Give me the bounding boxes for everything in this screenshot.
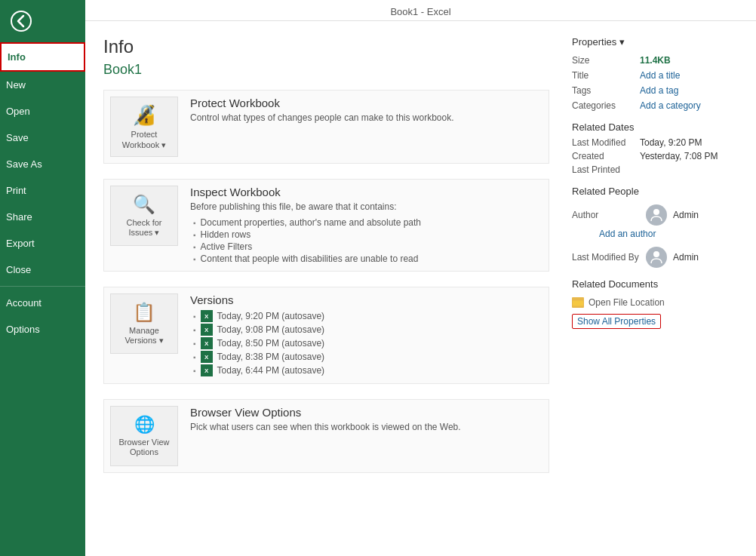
manage-versions-button[interactable]: 📋 ManageVersions ▾: [110, 293, 178, 354]
inspect-icon: 🔍: [133, 194, 155, 215]
sidebar-item-new[interactable]: New: [0, 72, 85, 98]
browser-view-heading: Browser View Options: [190, 406, 461, 419]
modifier-avatar: [646, 247, 667, 268]
sidebar-item-export[interactable]: Export: [0, 230, 85, 256]
main-content: Book1 - Excel Info Book1 🔏 ProtectWorkbo…: [85, 0, 756, 556]
sidebar: Info New Open Save Save As Print Share E…: [0, 0, 85, 556]
size-row: Size 11.4KB: [572, 55, 738, 66]
categories-value[interactable]: Add a category: [640, 100, 701, 111]
related-people-header: Related People: [572, 186, 738, 197]
open-file-location-link[interactable]: Open File Location: [572, 297, 738, 308]
back-button[interactable]: [3, 3, 39, 39]
svg-point-0: [11, 11, 31, 31]
sidebar-item-share[interactable]: Share: [0, 204, 85, 230]
svg-rect-3: [573, 301, 583, 306]
tags-row: Tags Add a tag: [572, 85, 738, 96]
last-printed-row: Last Printed: [572, 164, 738, 175]
size-label: Size: [572, 55, 640, 66]
workbook-name: Book1: [103, 62, 549, 78]
versions-list: X Today, 9:20 PM (autosave) X Today, 9:0…: [190, 309, 324, 377]
sidebar-item-open[interactable]: Open: [0, 98, 85, 124]
categories-row: Categories Add a category: [572, 100, 738, 111]
sidebar-item-account[interactable]: Account: [0, 290, 85, 316]
protect-workbook-button[interactable]: 🔏 ProtectWorkbook ▾: [110, 97, 178, 157]
inspect-before-text: Before publishing this file, be aware th…: [190, 201, 421, 212]
sidebar-item-close[interactable]: Close: [0, 256, 85, 283]
check-issues-label: Check forIssues ▾: [126, 218, 161, 238]
version-item-4[interactable]: X Today, 8:38 PM (autosave): [193, 350, 324, 364]
title-row: Title Add a title: [572, 70, 738, 81]
created-value: Yesterday, 7:08 PM: [640, 151, 718, 161]
inspect-workbook-content: Inspect Workbook Before publishing this …: [190, 186, 421, 265]
sidebar-item-save-as[interactable]: Save As: [0, 151, 85, 177]
manage-versions-label: ManageVersions ▾: [124, 326, 163, 346]
manage-icon: 📋: [133, 302, 155, 323]
author-name: Admin: [673, 210, 699, 220]
browser-view-content: Browser View Options Pick what users can…: [190, 406, 461, 437]
version-item-1[interactable]: X Today, 9:20 PM (autosave): [193, 309, 324, 323]
inspect-item-3: Active Filters: [193, 241, 421, 253]
properties-panel: Properties ▾ Size 11.4KB Title Add a tit…: [572, 36, 738, 541]
sidebar-item-print[interactable]: Print: [0, 177, 85, 204]
open-file-location-label: Open File Location: [589, 297, 665, 308]
inspect-item-4: Content that people with disabilities ar…: [193, 253, 421, 265]
content-left: Info Book1 🔏 ProtectWorkbook ▾ Protect W…: [103, 36, 549, 541]
check-issues-button[interactable]: 🔍 Check forIssues ▾: [110, 186, 178, 246]
related-docs-header: Related Documents: [572, 278, 738, 290]
inspect-item-1: Document properties, author's name and a…: [193, 217, 421, 229]
last-modified-value: Today, 9:20 PM: [640, 137, 702, 148]
browser-view-label: Browser ViewOptions: [118, 438, 169, 457]
title-label: Title: [572, 70, 640, 81]
related-docs-section: Open File Location Show All Properties: [572, 297, 738, 329]
tags-label: Tags: [572, 85, 640, 96]
title-value[interactable]: Add a title: [640, 70, 680, 81]
protect-workbook-label: ProtectWorkbook ▾: [122, 130, 166, 149]
last-modified-label: Last Modified: [572, 137, 640, 148]
last-modified-by-row: Last Modified By Admin: [572, 247, 738, 268]
browser-view-description: Pick what users can see when this workbo…: [190, 422, 461, 432]
protect-workbook-description: Control what types of changes people can…: [190, 112, 454, 123]
sidebar-item-save[interactable]: Save: [0, 124, 85, 151]
folder-icon: [572, 297, 584, 308]
add-author-link[interactable]: Add an author: [599, 229, 738, 239]
created-row: Created Yesterday, 7:08 PM: [572, 151, 738, 161]
browser-view-button[interactable]: 🌐 Browser ViewOptions: [110, 406, 178, 466]
sidebar-item-options[interactable]: Options: [0, 316, 85, 343]
excel-icon-3: X: [201, 337, 213, 349]
versions-heading: Versions: [190, 293, 324, 306]
last-printed-label: Last Printed: [572, 164, 640, 175]
version-item-2[interactable]: X Today, 9:08 PM (autosave): [193, 323, 324, 336]
protect-icon: 🔏: [132, 103, 156, 127]
show-all-properties-link[interactable]: Show All Properties: [572, 314, 661, 329]
last-modified-by-label: Last Modified By: [572, 252, 640, 263]
size-value: 11.4KB: [640, 55, 671, 66]
properties-header[interactable]: Properties ▾: [572, 36, 738, 48]
svg-point-1: [653, 209, 659, 215]
sidebar-item-info[interactable]: Info: [0, 42, 85, 72]
content-area: Info Book1 🔏 ProtectWorkbook ▾ Protect W…: [85, 21, 756, 556]
protect-workbook-heading: Protect Workbook: [190, 97, 454, 109]
versions-section: 📋 ManageVersions ▾ Versions X Today, 9:2…: [103, 287, 549, 384]
inspect-workbook-heading: Inspect Workbook: [190, 186, 421, 198]
related-dates-header: Related Dates: [572, 121, 738, 133]
created-label: Created: [572, 151, 640, 161]
people-section: Author Admin Add an author Last Modified…: [572, 204, 738, 268]
excel-icon-5: X: [201, 364, 213, 376]
page-title: Info: [103, 36, 549, 57]
inspect-items-list: Document properties, author's name and a…: [190, 217, 421, 265]
window-title: Book1 - Excel: [390, 6, 450, 17]
last-modified-row: Last Modified Today, 9:20 PM: [572, 137, 738, 148]
browser-icon: 🌐: [134, 415, 155, 435]
excel-icon-4: X: [201, 351, 213, 363]
svg-point-2: [653, 251, 659, 257]
protect-workbook-section: 🔏 ProtectWorkbook ▾ Protect Workbook Con…: [103, 90, 549, 164]
version-item-5[interactable]: X Today, 6:44 PM (autosave): [193, 364, 324, 377]
tags-value[interactable]: Add a tag: [640, 85, 678, 96]
excel-icon: X: [201, 310, 213, 322]
excel-icon-2: X: [201, 324, 213, 336]
versions-content: Versions X Today, 9:20 PM (autosave) X T…: [190, 293, 324, 377]
inspect-item-2: Hidden rows: [193, 229, 421, 241]
version-item-3[interactable]: X Today, 8:50 PM (autosave): [193, 336, 324, 350]
author-label: Author: [572, 210, 640, 220]
categories-label: Categories: [572, 100, 640, 111]
